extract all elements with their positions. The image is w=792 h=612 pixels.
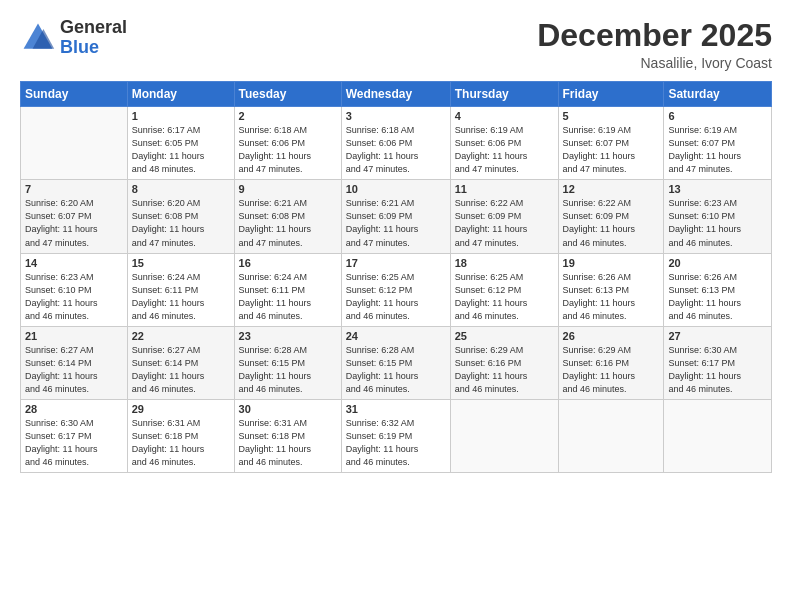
calendar-cell: 6Sunrise: 6:19 AMSunset: 6:07 PMDaylight… [664, 107, 772, 180]
day-info: Sunrise: 6:18 AMSunset: 6:06 PMDaylight:… [239, 124, 337, 176]
logo-general-text: General [60, 18, 127, 38]
title-block: December 2025 Nasalilie, Ivory Coast [537, 18, 772, 71]
calendar-title: December 2025 [537, 18, 772, 53]
calendar-cell: 21Sunrise: 6:27 AMSunset: 6:14 PMDayligh… [21, 326, 128, 399]
day-info: Sunrise: 6:25 AMSunset: 6:12 PMDaylight:… [455, 271, 554, 323]
day-info: Sunrise: 6:24 AMSunset: 6:11 PMDaylight:… [132, 271, 230, 323]
day-number: 18 [455, 257, 554, 269]
day-number: 26 [563, 330, 660, 342]
day-number: 5 [563, 110, 660, 122]
calendar-week-2: 7Sunrise: 6:20 AMSunset: 6:07 PMDaylight… [21, 180, 772, 253]
day-number: 11 [455, 183, 554, 195]
day-info: Sunrise: 6:19 AMSunset: 6:06 PMDaylight:… [455, 124, 554, 176]
calendar-cell: 22Sunrise: 6:27 AMSunset: 6:14 PMDayligh… [127, 326, 234, 399]
day-number: 17 [346, 257, 446, 269]
day-info: Sunrise: 6:27 AMSunset: 6:14 PMDaylight:… [25, 344, 123, 396]
day-info: Sunrise: 6:19 AMSunset: 6:07 PMDaylight:… [668, 124, 767, 176]
calendar-cell: 8Sunrise: 6:20 AMSunset: 6:08 PMDaylight… [127, 180, 234, 253]
day-number: 23 [239, 330, 337, 342]
day-info: Sunrise: 6:31 AMSunset: 6:18 PMDaylight:… [239, 417, 337, 469]
day-number: 15 [132, 257, 230, 269]
header: General Blue December 2025 Nasalilie, Iv… [20, 18, 772, 71]
day-info: Sunrise: 6:25 AMSunset: 6:12 PMDaylight:… [346, 271, 446, 323]
calendar-cell [450, 399, 558, 472]
calendar-cell: 20Sunrise: 6:26 AMSunset: 6:13 PMDayligh… [664, 253, 772, 326]
calendar-location: Nasalilie, Ivory Coast [537, 55, 772, 71]
calendar-cell: 4Sunrise: 6:19 AMSunset: 6:06 PMDaylight… [450, 107, 558, 180]
col-header-monday: Monday [127, 82, 234, 107]
day-number: 30 [239, 403, 337, 415]
col-header-saturday: Saturday [664, 82, 772, 107]
calendar-cell: 30Sunrise: 6:31 AMSunset: 6:18 PMDayligh… [234, 399, 341, 472]
calendar-cell [664, 399, 772, 472]
day-number: 13 [668, 183, 767, 195]
calendar-cell: 17Sunrise: 6:25 AMSunset: 6:12 PMDayligh… [341, 253, 450, 326]
calendar-week-4: 21Sunrise: 6:27 AMSunset: 6:14 PMDayligh… [21, 326, 772, 399]
calendar-cell: 13Sunrise: 6:23 AMSunset: 6:10 PMDayligh… [664, 180, 772, 253]
calendar-cell: 3Sunrise: 6:18 AMSunset: 6:06 PMDaylight… [341, 107, 450, 180]
day-info: Sunrise: 6:29 AMSunset: 6:16 PMDaylight:… [455, 344, 554, 396]
calendar-cell: 16Sunrise: 6:24 AMSunset: 6:11 PMDayligh… [234, 253, 341, 326]
day-number: 10 [346, 183, 446, 195]
calendar-cell: 15Sunrise: 6:24 AMSunset: 6:11 PMDayligh… [127, 253, 234, 326]
day-number: 14 [25, 257, 123, 269]
day-number: 22 [132, 330, 230, 342]
day-info: Sunrise: 6:30 AMSunset: 6:17 PMDaylight:… [25, 417, 123, 469]
day-info: Sunrise: 6:21 AMSunset: 6:09 PMDaylight:… [346, 197, 446, 249]
calendar-cell: 31Sunrise: 6:32 AMSunset: 6:19 PMDayligh… [341, 399, 450, 472]
calendar-cell: 14Sunrise: 6:23 AMSunset: 6:10 PMDayligh… [21, 253, 128, 326]
col-header-thursday: Thursday [450, 82, 558, 107]
day-number: 27 [668, 330, 767, 342]
logo-icon [20, 20, 56, 56]
day-info: Sunrise: 6:22 AMSunset: 6:09 PMDaylight:… [563, 197, 660, 249]
day-info: Sunrise: 6:31 AMSunset: 6:18 PMDaylight:… [132, 417, 230, 469]
calendar-cell [558, 399, 664, 472]
day-number: 16 [239, 257, 337, 269]
day-info: Sunrise: 6:24 AMSunset: 6:11 PMDaylight:… [239, 271, 337, 323]
calendar-cell: 24Sunrise: 6:28 AMSunset: 6:15 PMDayligh… [341, 326, 450, 399]
day-info: Sunrise: 6:26 AMSunset: 6:13 PMDaylight:… [668, 271, 767, 323]
col-header-tuesday: Tuesday [234, 82, 341, 107]
calendar-cell: 2Sunrise: 6:18 AMSunset: 6:06 PMDaylight… [234, 107, 341, 180]
calendar-cell: 1Sunrise: 6:17 AMSunset: 6:05 PMDaylight… [127, 107, 234, 180]
calendar-week-3: 14Sunrise: 6:23 AMSunset: 6:10 PMDayligh… [21, 253, 772, 326]
day-info: Sunrise: 6:19 AMSunset: 6:07 PMDaylight:… [563, 124, 660, 176]
col-header-friday: Friday [558, 82, 664, 107]
day-number: 29 [132, 403, 230, 415]
day-number: 28 [25, 403, 123, 415]
calendar-cell: 25Sunrise: 6:29 AMSunset: 6:16 PMDayligh… [450, 326, 558, 399]
day-number: 9 [239, 183, 337, 195]
day-number: 8 [132, 183, 230, 195]
logo: General Blue [20, 18, 127, 58]
day-number: 19 [563, 257, 660, 269]
day-info: Sunrise: 6:23 AMSunset: 6:10 PMDaylight:… [25, 271, 123, 323]
calendar-week-5: 28Sunrise: 6:30 AMSunset: 6:17 PMDayligh… [21, 399, 772, 472]
calendar-cell: 11Sunrise: 6:22 AMSunset: 6:09 PMDayligh… [450, 180, 558, 253]
day-info: Sunrise: 6:22 AMSunset: 6:09 PMDaylight:… [455, 197, 554, 249]
logo-text: General Blue [60, 18, 127, 58]
day-number: 25 [455, 330, 554, 342]
page: General Blue December 2025 Nasalilie, Iv… [0, 0, 792, 612]
calendar-week-1: 1Sunrise: 6:17 AMSunset: 6:05 PMDaylight… [21, 107, 772, 180]
day-info: Sunrise: 6:30 AMSunset: 6:17 PMDaylight:… [668, 344, 767, 396]
calendar-cell: 27Sunrise: 6:30 AMSunset: 6:17 PMDayligh… [664, 326, 772, 399]
calendar-cell: 5Sunrise: 6:19 AMSunset: 6:07 PMDaylight… [558, 107, 664, 180]
calendar-cell: 12Sunrise: 6:22 AMSunset: 6:09 PMDayligh… [558, 180, 664, 253]
day-info: Sunrise: 6:23 AMSunset: 6:10 PMDaylight:… [668, 197, 767, 249]
day-number: 7 [25, 183, 123, 195]
calendar-cell: 10Sunrise: 6:21 AMSunset: 6:09 PMDayligh… [341, 180, 450, 253]
calendar-cell: 28Sunrise: 6:30 AMSunset: 6:17 PMDayligh… [21, 399, 128, 472]
calendar-header-row: SundayMondayTuesdayWednesdayThursdayFrid… [21, 82, 772, 107]
calendar-cell: 7Sunrise: 6:20 AMSunset: 6:07 PMDaylight… [21, 180, 128, 253]
day-info: Sunrise: 6:21 AMSunset: 6:08 PMDaylight:… [239, 197, 337, 249]
day-number: 2 [239, 110, 337, 122]
calendar-cell: 19Sunrise: 6:26 AMSunset: 6:13 PMDayligh… [558, 253, 664, 326]
day-info: Sunrise: 6:26 AMSunset: 6:13 PMDaylight:… [563, 271, 660, 323]
day-number: 24 [346, 330, 446, 342]
day-info: Sunrise: 6:18 AMSunset: 6:06 PMDaylight:… [346, 124, 446, 176]
col-header-wednesday: Wednesday [341, 82, 450, 107]
day-number: 4 [455, 110, 554, 122]
day-info: Sunrise: 6:28 AMSunset: 6:15 PMDaylight:… [239, 344, 337, 396]
day-info: Sunrise: 6:17 AMSunset: 6:05 PMDaylight:… [132, 124, 230, 176]
day-number: 21 [25, 330, 123, 342]
